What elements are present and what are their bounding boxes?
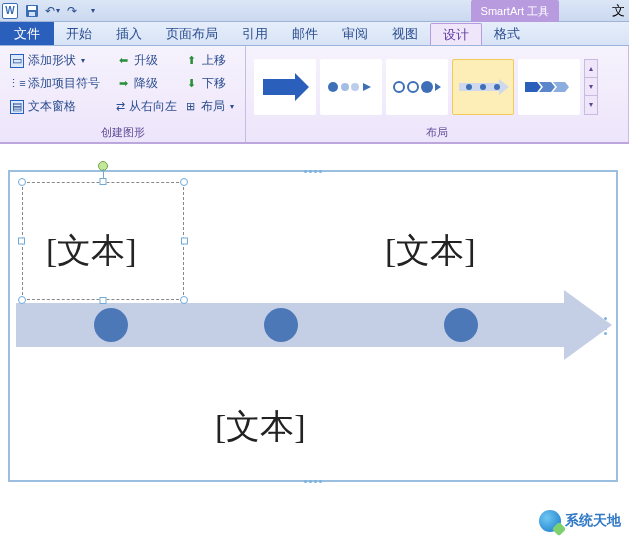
svg-point-13 xyxy=(466,84,472,90)
svg-point-6 xyxy=(351,83,359,91)
rtl-label: 从右向左 xyxy=(129,98,177,115)
selection-frame[interactable] xyxy=(22,182,184,300)
group-create-graphic: ▭ 添加形状 ▾ ⋮≡ 添加项目符号 ▤ 文本窗格 ⬅ 升级 xyxy=(0,46,246,142)
watermark-globe-icon xyxy=(539,510,561,532)
promote-label: 升级 xyxy=(134,52,158,69)
tab-format[interactable]: 格式 xyxy=(482,22,532,45)
svg-rect-2 xyxy=(29,12,35,16)
gallery-expand-icon[interactable]: ▾ xyxy=(585,96,597,113)
rtl-icon: ⇄ xyxy=(116,100,125,114)
move-down-button[interactable]: ⬇ 下移 xyxy=(180,73,238,94)
svg-point-8 xyxy=(394,82,404,92)
svg-point-10 xyxy=(421,81,433,93)
demote-label: 降级 xyxy=(134,75,158,92)
svg-point-5 xyxy=(341,83,349,91)
tab-review[interactable]: 审阅 xyxy=(330,22,380,45)
svg-point-14 xyxy=(480,84,486,90)
add-shape-button[interactable]: ▭ 添加形状 ▾ xyxy=(6,50,112,71)
text-placeholder-2[interactable]: [文本] xyxy=(385,228,476,274)
layout-option-4[interactable] xyxy=(452,59,514,115)
chevron-down-icon: ▾ xyxy=(81,56,85,65)
timeline-dot-1[interactable] xyxy=(94,308,128,342)
layout-btn-label: 布局 xyxy=(201,98,225,115)
add-shape-icon: ▭ xyxy=(10,54,24,68)
tab-pagelayout[interactable]: 页面布局 xyxy=(154,22,230,45)
svg-marker-11 xyxy=(435,83,441,91)
ribbon-tabs: 文件 开始 插入 页面布局 引用 邮件 审阅 视图 设计 格式 xyxy=(0,22,629,46)
svg-point-15 xyxy=(494,84,500,90)
undo-icon[interactable]: ↶▾ xyxy=(42,2,62,20)
tab-mailings[interactable]: 邮件 xyxy=(280,22,330,45)
tab-file[interactable]: 文件 xyxy=(0,22,54,45)
layout-option-1[interactable] xyxy=(254,59,316,115)
gallery-row-down-icon[interactable]: ▾ xyxy=(585,78,597,96)
layout-icon: ⊞ xyxy=(184,100,197,114)
resize-handle-tr[interactable] xyxy=(180,178,188,186)
svg-point-4 xyxy=(328,82,338,92)
chevron-down-icon: ▾ xyxy=(230,102,234,111)
canvas-handle-bottom[interactable] xyxy=(298,477,328,485)
layout-option-5[interactable] xyxy=(518,59,580,115)
resize-handle-t[interactable] xyxy=(100,178,107,185)
text-pane-button[interactable]: ▤ 文本窗格 xyxy=(6,96,112,117)
svg-point-9 xyxy=(408,82,418,92)
smartart-canvas[interactable]: [文本] [文本] [文本] xyxy=(8,170,618,482)
tab-references[interactable]: 引用 xyxy=(230,22,280,45)
timeline-dot-3[interactable] xyxy=(444,308,478,342)
resize-handle-br[interactable] xyxy=(180,296,188,304)
layout-option-2[interactable] xyxy=(320,59,382,115)
timeline-dot-2[interactable] xyxy=(264,308,298,342)
svg-marker-16 xyxy=(525,82,541,92)
arrow-up-icon: ⬆ xyxy=(184,54,198,68)
svg-marker-18 xyxy=(553,82,569,92)
redo-icon[interactable]: ↷ xyxy=(62,2,82,20)
layout-button[interactable]: ⊞ 布局 ▾ xyxy=(180,96,238,117)
tab-view[interactable]: 视图 xyxy=(380,22,430,45)
gallery-more[interactable]: ▴ ▾ ▾ xyxy=(584,59,598,115)
add-bullet-button[interactable]: ⋮≡ 添加项目符号 xyxy=(6,73,112,94)
svg-marker-3 xyxy=(263,73,309,101)
text-pane-label: 文本窗格 xyxy=(28,98,76,115)
tab-home[interactable]: 开始 xyxy=(54,22,104,45)
svg-marker-7 xyxy=(363,83,371,91)
save-icon[interactable] xyxy=(22,2,42,20)
gallery-row-up-icon[interactable]: ▴ xyxy=(585,60,597,78)
demote-button[interactable]: ➡ 降级 xyxy=(112,73,180,94)
resize-handle-l[interactable] xyxy=(18,238,25,245)
add-shape-label: 添加形状 xyxy=(28,52,76,69)
qat-customize-icon[interactable]: ▾ xyxy=(82,2,102,20)
title-bar: W ↶▾ ↷ ▾ SmartArt 工具 文 xyxy=(0,0,629,22)
tab-insert[interactable]: 插入 xyxy=(104,22,154,45)
arrow-left-icon: ⬅ xyxy=(116,54,130,68)
group-create-label: 创建图形 xyxy=(6,123,239,140)
svg-rect-1 xyxy=(28,6,36,10)
arrow-head-icon xyxy=(564,290,612,360)
bullet-icon: ⋮≡ xyxy=(10,77,24,91)
window-title-fragment: 文 xyxy=(612,0,625,22)
text-placeholder-3[interactable]: [文本] xyxy=(215,404,306,450)
app-icon: W xyxy=(2,3,18,19)
resize-handle-r[interactable] xyxy=(181,238,188,245)
tab-design[interactable]: 设计 xyxy=(430,23,482,45)
watermark: 系统天地 xyxy=(539,510,621,532)
contextual-tab-title: SmartArt 工具 xyxy=(471,0,559,22)
promote-button[interactable]: ⬅ 升级 xyxy=(112,50,180,71)
text-pane-icon: ▤ xyxy=(10,100,24,114)
svg-marker-17 xyxy=(539,82,555,92)
resize-handle-b[interactable] xyxy=(100,297,107,304)
group-layouts-label: 布局 xyxy=(252,123,622,140)
add-bullet-label: 添加项目符号 xyxy=(28,75,100,92)
layout-option-3[interactable] xyxy=(386,59,448,115)
arrow-down-icon: ⬇ xyxy=(184,77,198,91)
move-down-label: 下移 xyxy=(202,75,226,92)
watermark-text: 系统天地 xyxy=(565,512,621,530)
group-layouts: ▴ ▾ ▾ 布局 xyxy=(246,46,629,142)
rtl-button[interactable]: ⇄ 从右向左 xyxy=(112,96,180,117)
move-up-label: 上移 xyxy=(202,52,226,69)
move-up-button[interactable]: ⬆ 上移 xyxy=(180,50,238,71)
canvas-handle-top[interactable] xyxy=(298,167,328,175)
layout-gallery: ▴ ▾ ▾ xyxy=(252,50,600,123)
resize-handle-bl[interactable] xyxy=(18,296,26,304)
ribbon: ▭ 添加形状 ▾ ⋮≡ 添加项目符号 ▤ 文本窗格 ⬅ 升级 xyxy=(0,46,629,144)
resize-handle-tl[interactable] xyxy=(18,178,26,186)
